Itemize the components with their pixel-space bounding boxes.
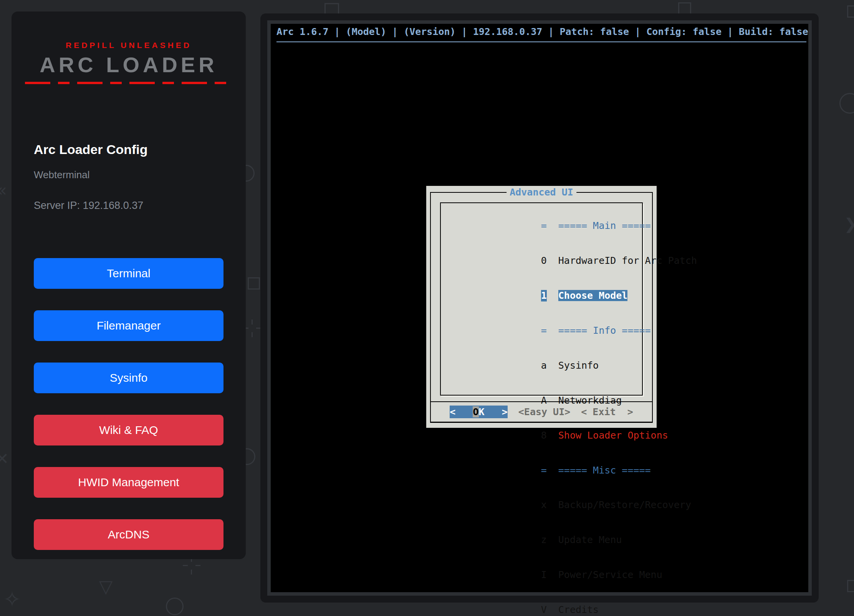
menu-item-sysinfo[interactable]: aSysinfo [460, 348, 642, 383]
dialog-menu-box: ====== Main ===== 0HardwareID for Arc Pa… [440, 202, 643, 396]
page: « ❯ ✕ ✧ ▽ REDPILL UNLEASHED ARC LOADER A… [0, 0, 854, 616]
menu-item-label: Power/Service Menu [558, 569, 662, 580]
menu-item-label: Update Menu [558, 534, 622, 545]
decor-triangle: ▽ [99, 576, 113, 597]
menu-item-label: Sysinfo [558, 360, 599, 371]
menu-item-tag: x [541, 499, 547, 511]
decor-square [847, 580, 854, 592]
menu-item-tag: z [541, 534, 547, 546]
wiki-faq-button[interactable]: Wiki & FAQ [34, 415, 223, 445]
hwid-management-button[interactable]: HWID Management [34, 467, 223, 498]
menu-item-tag: a [541, 360, 547, 371]
menu-item-main-header: ====== Main ===== [460, 209, 642, 243]
decor-crosshair [183, 557, 200, 575]
decor-square [248, 277, 260, 290]
terminal-frame: Arc 1.6.7 | (Model) | (Version) | 192.16… [260, 13, 819, 603]
logo-arc-loader: ARC LOADER [12, 52, 246, 77]
dialog-button-row: < OK > <Easy UI> < Exit > [426, 406, 657, 418]
ok-button-text: < [450, 406, 473, 417]
menu-item-tag: 8 [541, 430, 547, 441]
sidebar-button-group: Terminal Filemanager Sysinfo Wiki & FAQ … [34, 258, 223, 550]
dialog-title: Advanced UI [506, 187, 576, 198]
dialog-button-separator [430, 401, 653, 402]
decor-circle [839, 93, 854, 114]
decor-x-mark: ✕ [0, 449, 9, 468]
sidebar: REDPILL UNLEASHED ARC LOADER Arc Loader … [12, 12, 246, 559]
logo-redpill-text: REDPILL UNLEASHED [12, 41, 246, 50]
decor-chevron: « [0, 180, 7, 200]
ok-button-text: K > [479, 406, 508, 417]
menu-item-label: ===== Main ===== [558, 220, 651, 231]
decor-crosshair [243, 320, 261, 337]
terminal-button[interactable]: Terminal [34, 258, 223, 289]
menu-item-tag: = [541, 325, 547, 336]
server-ip-label: Server IP: 192.168.0.37 [34, 200, 143, 212]
menu-item-tag: = [541, 465, 547, 476]
menu-item-label: Show Loader Options [558, 430, 668, 441]
decor-square [847, 5, 854, 18]
terminal-status-line: Arc 1.6.7 | (Model) | (Version) | 192.16… [276, 26, 808, 37]
advanced-ui-dialog: Advanced UI ====== Main ===== 0HardwareI… [426, 186, 657, 428]
menu-item-power-service[interactable]: IPower/Service Menu [460, 558, 642, 593]
decor-star: ✧ [3, 587, 21, 612]
ok-button[interactable]: < OK > [450, 406, 508, 418]
decor-circle [166, 598, 184, 615]
logo-dashed-underline [25, 82, 232, 84]
menu-item-update-menu[interactable]: zUpdate Menu [460, 523, 642, 558]
easy-ui-button[interactable]: <Easy UI> [518, 406, 570, 418]
decor-chevron: ❯ [844, 215, 854, 233]
menu-item-tag: 1 [541, 290, 547, 301]
exit-button[interactable]: < Exit > [581, 406, 633, 418]
menu-item-show-loader-options[interactable]: 8Show Loader Options [460, 418, 642, 453]
menu-item-label: Credits [558, 604, 599, 615]
filemanager-button[interactable]: Filemanager [34, 310, 223, 341]
page-title: Arc Loader Config [34, 142, 148, 157]
arcdns-button[interactable]: ArcDNS [34, 519, 223, 550]
menu-item-backup-restore[interactable]: xBackup/Restore/Recovery [460, 488, 642, 523]
ok-button-cursor: O [473, 406, 478, 417]
menu-item-label: HardwareID for Arc Patch [558, 255, 697, 266]
menu-item-credits[interactable]: VCredits [460, 593, 642, 616]
menu-item-info-header: ====== Info ===== [460, 313, 642, 348]
menu-item-label: Backup/Restore/Recovery [558, 499, 691, 510]
menu-item-tag: I [541, 569, 547, 581]
terminal-frame-inner: Arc 1.6.7 | (Model) | (Version) | 192.16… [267, 20, 812, 596]
menu-item-tag: = [541, 220, 547, 232]
menu-item-label: ===== Misc ===== [558, 465, 651, 476]
menu-item-label: Choose Model [558, 290, 628, 301]
terminal-screen[interactable]: Arc 1.6.7 | (Model) | (Version) | 192.16… [271, 24, 808, 592]
menu-item-misc-header: ====== Misc ===== [460, 453, 642, 488]
sysinfo-button[interactable]: Sysinfo [34, 363, 223, 393]
menu-item-tag: V [541, 604, 547, 616]
terminal-status-rule [276, 41, 806, 42]
page-subtitle: Webterminal [34, 169, 89, 181]
menu-item-tag: A [541, 395, 547, 406]
menu-item-choose-model[interactable]: 1Choose Model [460, 278, 642, 313]
menu-item-label: ===== Info ===== [558, 325, 651, 336]
menu-item-tag: 0 [541, 255, 547, 267]
menu-item-hardwareid[interactable]: 0HardwareID for Arc Patch [460, 243, 642, 278]
menu-item-label: Networkdiag [558, 395, 622, 406]
